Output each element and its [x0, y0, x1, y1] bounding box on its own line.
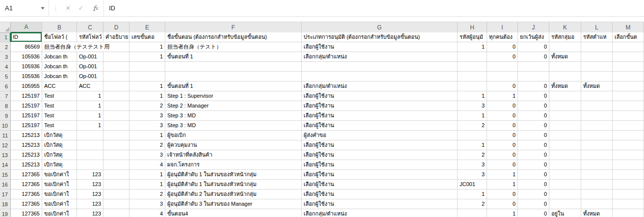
cell-I2[interactable]: 0 [487, 42, 518, 52]
cell-K15[interactable] [549, 170, 581, 180]
cell-G5[interactable] [302, 72, 458, 81]
cell-C10[interactable]: 1 [77, 121, 103, 131]
cell-M3[interactable] [613, 52, 644, 62]
cell-H11[interactable] [458, 131, 487, 140]
cell-H18[interactable]: 2 [458, 199, 487, 209]
cell-I10[interactable]: 0 [487, 121, 518, 131]
cell-G6[interactable]: เลือกกลุ่ม/ตำแหน่ง [302, 81, 458, 91]
cell-C12[interactable] [77, 140, 103, 150]
cell-F9[interactable]: Step 3 : MD [165, 111, 302, 121]
row-header-1[interactable]: 1 [0, 32, 11, 42]
cell-J10[interactable]: 0 [518, 121, 549, 131]
cell-M16[interactable] [613, 180, 644, 190]
cell-F3[interactable]: ขั้นตอนที่ 1 [165, 52, 302, 62]
cell-J4[interactable] [518, 62, 549, 72]
cell-J18[interactable]: 0 [518, 199, 549, 209]
column-header-E[interactable]: E [129, 22, 165, 33]
cell-M9[interactable] [613, 111, 644, 121]
cell-H1[interactable]: รหัสผู้อนุมั [458, 32, 487, 42]
cell-D18[interactable] [103, 199, 129, 209]
cell-C3[interactable]: Op-001 [77, 52, 103, 62]
cell-I17[interactable]: 0 [487, 190, 518, 199]
cell-K2[interactable] [549, 42, 581, 52]
cell-M10[interactable] [613, 121, 644, 131]
cell-C1[interactable]: รหัสโฟลว์ [77, 32, 103, 42]
cell-B10[interactable]: Test [42, 121, 77, 131]
cell-A8[interactable]: 125197 [11, 101, 42, 111]
cell-F5[interactable] [165, 72, 302, 81]
cell-I1[interactable]: ทุกคนต้อง [487, 32, 518, 42]
cell-C14[interactable] [77, 160, 103, 170]
cell-K6[interactable]: ทั้งหมด [549, 81, 581, 91]
cell-J12[interactable]: 0 [518, 140, 549, 150]
cell-M14[interactable] [613, 160, 644, 170]
cell-B19[interactable]: ขอเบิกค่าใ [42, 209, 77, 217]
insert-function-icon[interactable]: fx [87, 0, 104, 16]
cell-G2[interactable]: เลือกผู้ใช้งาน [302, 42, 458, 52]
cell-G15[interactable]: เลือกผู้ใช้งาน [302, 170, 458, 180]
cell-J19[interactable]: 0 [518, 209, 549, 217]
cell-L12[interactable] [581, 140, 613, 150]
row-header-8[interactable]: 8 [0, 101, 11, 111]
cell-D5[interactable] [103, 72, 129, 81]
row-header-12[interactable]: 12 [0, 140, 11, 150]
row-header-2[interactable]: 2 [0, 42, 11, 52]
cell-G9[interactable]: เลือกผู้ใช้งาน [302, 111, 458, 121]
cell-K17[interactable] [549, 190, 581, 199]
name-box-dropdown-icon[interactable] [41, 7, 45, 9]
cell-L16[interactable] [581, 180, 613, 190]
cell-M11[interactable] [613, 131, 644, 140]
column-header-D[interactable]: D [103, 22, 129, 33]
cell-D10[interactable] [103, 121, 129, 131]
cell-M17[interactable] [613, 190, 644, 199]
cell-E3[interactable]: 1 [129, 52, 165, 62]
cell-E1[interactable]: เลขขั้นตอ [129, 32, 165, 42]
cell-H5[interactable] [458, 72, 487, 81]
cell-G12[interactable]: เลือกผู้ใช้งาน [302, 140, 458, 150]
cell-D13[interactable] [103, 150, 129, 160]
cell-D16[interactable] [103, 180, 129, 190]
cell-B18[interactable]: ขอเบิกค่าใ [42, 199, 77, 209]
cell-A4[interactable]: 105936 [11, 62, 42, 72]
cell-D15[interactable] [103, 170, 129, 180]
cell-H3[interactable] [458, 52, 487, 62]
cell-F2[interactable]: 担当者自身（テスト） [165, 42, 302, 52]
cell-J17[interactable]: 0 [518, 190, 549, 199]
cell-A16[interactable]: 127365 [11, 180, 42, 190]
cell-K16[interactable] [549, 180, 581, 190]
cell-J3[interactable]: 0 [518, 52, 549, 62]
cell-G1[interactable]: ประเภทการอนุมัติ (ต้องกรอกสำหรับข้อมูลขั… [302, 32, 458, 42]
cell-M5[interactable] [613, 72, 644, 81]
cell-C15[interactable]: 123 [77, 170, 103, 180]
cell-E5[interactable] [129, 72, 165, 81]
cell-M6[interactable] [613, 81, 644, 91]
cell-H14[interactable]: 3 [458, 160, 487, 170]
cell-I5[interactable] [487, 72, 518, 81]
cell-C6[interactable]: ACC [77, 81, 103, 91]
cell-K10[interactable] [549, 121, 581, 131]
cell-D17[interactable] [103, 190, 129, 199]
cell-F8[interactable]: Step 2 : Manager [165, 101, 302, 111]
enter-icon[interactable]: ✓ [75, 0, 87, 16]
cell-G14[interactable]: เลือกผู้ใช้งาน [302, 160, 458, 170]
cell-H12[interactable]: 1 [458, 140, 487, 150]
cell-A3[interactable]: 105936 [11, 52, 42, 62]
cell-L13[interactable] [581, 150, 613, 160]
cell-L6[interactable]: ทั้งหมด [581, 81, 613, 91]
cell-L10[interactable] [581, 121, 613, 131]
cell-A18[interactable]: 127365 [11, 199, 42, 209]
cell-K7[interactable] [549, 91, 581, 101]
cell-E19[interactable]: 4 [129, 209, 165, 217]
cell-A11[interactable]: 125213 [11, 131, 42, 140]
cell-M2[interactable] [613, 42, 644, 52]
column-header-J[interactable]: J [518, 22, 549, 33]
row-header-9[interactable]: 9 [0, 111, 11, 121]
cell-A1[interactable]: ID [11, 32, 42, 42]
cell-D3[interactable] [103, 52, 129, 62]
cell-H19[interactable] [458, 209, 487, 217]
row-header-16[interactable]: 16 [0, 180, 11, 190]
cell-H9[interactable]: 1 [458, 111, 487, 121]
row-header-10[interactable]: 10 [0, 121, 11, 131]
cell-F17[interactable]: ผู้อนุมัติลำดับ 2 ในส่วนของหัวหน้ากลุ่ม [165, 190, 302, 199]
cell-K1[interactable]: รหัสกลุ่มอ [549, 32, 581, 42]
